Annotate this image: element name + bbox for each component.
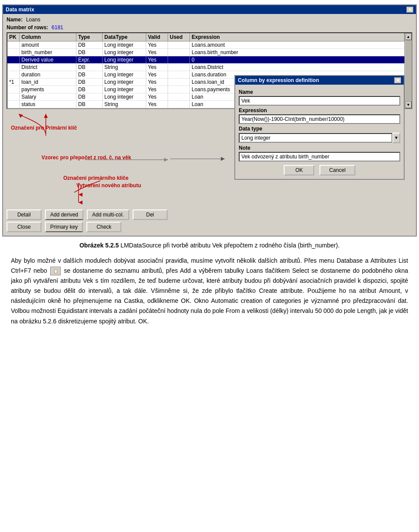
cell-type: Expr. <box>76 56 103 63</box>
annotation-formula: Vzorec pro přepočet z rod. č. na věk <box>41 154 131 161</box>
cell-valid: Yes <box>146 71 168 78</box>
cell-column: duration <box>20 71 76 78</box>
cell-datatype: Long integer <box>103 49 146 56</box>
annotation-primary-key: Označení pro Primární klíč <box>11 125 77 131</box>
check-button[interactable]: Check <box>86 222 121 232</box>
cell-column: payments <box>20 86 76 93</box>
close-button[interactable]: Close <box>7 222 41 232</box>
cell-valid: Yes <box>146 79 168 86</box>
cell-pk <box>7 41 20 48</box>
cell-type: DB <box>76 71 103 78</box>
cell-column: amount <box>20 41 76 48</box>
cell-used <box>168 79 190 86</box>
cell-pk <box>7 101 20 108</box>
add-derived-button[interactable]: Add derived <box>45 209 83 220</box>
figure-label: Obrázek 5.2.5 <box>79 242 119 249</box>
name-label: Name: <box>7 17 23 23</box>
datatype-dropdown-arrow[interactable]: ▼ <box>392 133 400 143</box>
cell-valid: Yes <box>146 56 168 63</box>
name-field-input[interactable] <box>239 96 400 106</box>
cell-datatype: Long integer <box>103 71 146 78</box>
vertical-scrollbar[interactable]: ▲ ▼ <box>405 33 412 108</box>
cell-used <box>168 93 190 100</box>
cell-datatype: Long integer <box>103 86 146 93</box>
rows-value: 6181 <box>52 24 63 31</box>
cell-used <box>168 49 190 56</box>
table-row[interactable]: birth_number DB Long integer Yes Loans.b… <box>7 49 405 56</box>
cell-column: birth_number <box>20 49 76 56</box>
cell-datatype: Long integer <box>103 56 146 63</box>
primary-key-button[interactable]: Primary key <box>45 222 83 232</box>
data-matrix-close-button[interactable]: ✕ <box>406 7 413 13</box>
cell-valid: Yes <box>146 86 168 93</box>
cell-valid: Yes <box>146 101 168 108</box>
table-row[interactable]: amount DB Long integer Yes Loans.amount <box>7 41 405 49</box>
add-multi-col-button[interactable]: Add multi-col. <box>87 209 129 220</box>
expr-dialog: Column by expression definition ✕ Name E… <box>234 75 405 180</box>
cell-used <box>168 64 190 71</box>
expr-ok-button[interactable]: OK <box>284 165 314 175</box>
scroll-up-button[interactable]: ▲ <box>405 33 412 40</box>
cell-valid: Yes <box>146 41 168 48</box>
figure-caption: Obrázek 5.2.5 LMDataSource při tvorbě at… <box>2 242 417 249</box>
inline-icon: 📋 <box>50 267 61 275</box>
table-row-selected[interactable]: Derived value Expr. Long integer Yes 0 <box>7 56 405 64</box>
col-pk: PK <box>7 33 20 41</box>
cell-type: DB <box>76 41 103 48</box>
figure-text: LMDataSource při tvorbě atributu Vek pře… <box>119 242 340 249</box>
body-paragraph: Aby bylo možné v dalších modulech dobýva… <box>11 256 408 326</box>
annotation-primary-key2: Označení primárního klíče <box>63 175 128 181</box>
data-matrix-title: Data matrix <box>6 7 34 13</box>
datatype-field-input[interactable] <box>239 133 392 143</box>
expr-close-button[interactable]: ✕ <box>394 77 401 83</box>
cell-column: status <box>20 101 76 108</box>
cell-type: DB <box>76 86 103 93</box>
cell-expression: Loans.birth_number <box>190 49 405 56</box>
cell-pk <box>7 49 20 56</box>
expr-dialog-titlebar: Column by expression definition ✕ <box>235 76 404 85</box>
table-row[interactable]: District DB String Yes Loans.District <box>7 64 405 71</box>
datatype-select-wrap: ▼ <box>239 133 400 143</box>
rows-label: Number of rows: <box>7 24 48 31</box>
cell-pk <box>7 86 20 93</box>
cell-column: loan_id <box>20 79 76 86</box>
expr-dialog-title: Column by expression definition <box>238 77 319 83</box>
name-value: Loans <box>26 17 41 23</box>
cell-column: Derived value <box>20 56 76 63</box>
detail-button[interactable]: Detail <box>7 209 41 220</box>
cell-used <box>168 86 190 93</box>
cell-expression: 0 <box>190 56 405 63</box>
annotation-new-attr: Vytvoření nového atributu <box>76 182 141 189</box>
cell-datatype: String <box>103 64 146 71</box>
cell-type: DB <box>76 79 103 86</box>
cell-pk <box>7 56 20 63</box>
expr-dialog-buttons: OK Cancel <box>239 165 400 175</box>
cell-used <box>168 71 190 78</box>
cell-valid: Yes <box>146 64 168 71</box>
col-valid: Valid <box>146 33 168 41</box>
col-used: Used <box>168 33 190 41</box>
cell-used <box>168 41 190 48</box>
cell-type: DB <box>76 101 103 108</box>
cell-pk <box>7 93 20 100</box>
data-matrix-titlebar: Data matrix ✕ <box>3 5 416 14</box>
scroll-track[interactable] <box>405 40 412 101</box>
col-datatype: DataType <box>103 33 146 41</box>
table-header: PK Column Type DataType Valid Used Expre… <box>7 33 405 41</box>
expr-cancel-button[interactable]: Cancel <box>319 165 355 175</box>
button-row-1: Detail Add derived Add multi-col. Del <box>7 209 412 220</box>
data-matrix-dialog: Data matrix ✕ Name: Loans Number of rows… <box>2 4 417 237</box>
cell-expression: Loans.amount <box>190 41 405 48</box>
cell-valid: Yes <box>146 93 168 100</box>
cell-datatype: String <box>103 101 146 108</box>
expression-field-input[interactable] <box>239 114 400 124</box>
note-field-input[interactable] <box>239 152 400 161</box>
cell-type: DB <box>76 93 103 100</box>
col-expression: Expression <box>190 33 405 41</box>
del-button[interactable]: Del <box>133 209 168 220</box>
scroll-down-button[interactable]: ▼ <box>405 101 412 108</box>
cell-datatype: Long integer <box>103 93 146 100</box>
cell-column: District <box>20 64 76 71</box>
name-field-label: Name <box>239 89 400 95</box>
note-field-label: Note <box>239 145 400 151</box>
